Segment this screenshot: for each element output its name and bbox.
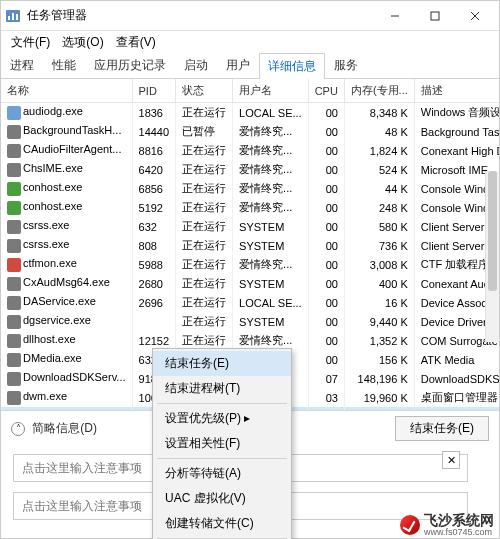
col-status[interactable]: 状态 xyxy=(176,79,233,103)
process-icon xyxy=(7,144,21,158)
process-icon xyxy=(7,239,21,253)
maximize-button[interactable] xyxy=(415,2,455,30)
table-row[interactable]: csrss.exe808正在运行SYSTEM00736 KClient Serv… xyxy=(1,236,499,255)
tab-app-history[interactable]: 应用历史记录 xyxy=(85,52,175,78)
table-row[interactable]: audiodg.exe1836正在运行LOCAL SE...008,348 KW… xyxy=(1,103,499,123)
process-icon xyxy=(7,163,21,177)
close-icon[interactable]: ✕ xyxy=(442,451,460,469)
col-pid[interactable]: PID xyxy=(132,79,176,103)
watermark: 飞沙系统网 www.fs0745.com xyxy=(400,513,494,537)
tabs: 进程 性能 应用历史记录 启动 用户 详细信息 服务 xyxy=(1,53,499,79)
svg-rect-1 xyxy=(8,16,10,20)
process-icon xyxy=(7,125,21,139)
tab-services[interactable]: 服务 xyxy=(325,52,367,78)
process-icon xyxy=(7,220,21,234)
process-icon xyxy=(7,277,21,291)
svg-rect-3 xyxy=(16,14,18,20)
tab-users[interactable]: 用户 xyxy=(217,52,259,78)
table-row[interactable]: CxAudMsg64.exe2680正在运行SYSTEM00400 KConex… xyxy=(1,274,499,293)
process-icon xyxy=(7,258,21,272)
context-menu-item[interactable]: 设置优先级(P) ▸ xyxy=(153,406,291,431)
process-icon xyxy=(7,296,21,310)
brief-info-label: 简略信息(D) xyxy=(32,421,97,435)
app-icon xyxy=(5,8,21,24)
watermark-url: www.fs0745.com xyxy=(424,527,494,537)
table-row[interactable]: conhost.exe6856正在运行爱情终究...0044 KConsole … xyxy=(1,179,499,198)
end-task-button[interactable]: 结束任务(E) xyxy=(395,416,489,441)
process-icon xyxy=(7,391,21,405)
tab-startup[interactable]: 启动 xyxy=(175,52,217,78)
watermark-title: 飞沙系统网 xyxy=(424,513,494,527)
table-row[interactable]: dgservice.exe正在运行SYSTEM009,440 KDevice D… xyxy=(1,312,499,331)
table-row[interactable]: ctfmon.exe5988正在运行爱情终究...003,008 KCTF 加载… xyxy=(1,255,499,274)
context-menu-item[interactable]: 结束任务(E) xyxy=(153,351,291,376)
context-menu-item[interactable]: UAC 虚拟化(V) xyxy=(153,486,291,511)
menu-options[interactable]: 选项(O) xyxy=(56,32,109,53)
watermark-icon xyxy=(400,515,420,535)
table-row[interactable]: conhost.exe5192正在运行爱情终究...00248 KConsole… xyxy=(1,198,499,217)
menu-file[interactable]: 文件(F) xyxy=(5,32,56,53)
context-menu-item[interactable]: 创建转储文件(C) xyxy=(153,511,291,536)
chevron-up-icon: ˄ xyxy=(11,422,25,436)
context-menu: 结束任务(E)结束进程树(T)设置优先级(P) ▸设置相关性(F)分析等待链(A… xyxy=(152,348,292,539)
process-icon xyxy=(7,201,21,215)
col-cpu[interactable]: CPU xyxy=(308,79,344,103)
svg-rect-5 xyxy=(431,12,439,20)
tab-performance[interactable]: 性能 xyxy=(43,52,85,78)
process-icon xyxy=(7,315,21,329)
process-icon xyxy=(7,372,21,386)
menubar: 文件(F) 选项(O) 查看(V) xyxy=(1,31,499,53)
tab-processes[interactable]: 进程 xyxy=(1,52,43,78)
process-icon xyxy=(7,353,21,367)
process-icon xyxy=(7,182,21,196)
col-name[interactable]: 名称 xyxy=(1,79,132,103)
scrollbar-thumb[interactable] xyxy=(488,171,497,291)
close-button[interactable] xyxy=(455,2,495,30)
col-desc[interactable]: 描述 xyxy=(414,79,499,103)
table-row[interactable]: ChsIME.exe6420正在运行爱情终究...00524 KMicrosof… xyxy=(1,160,499,179)
tab-details[interactable]: 详细信息 xyxy=(259,53,325,79)
menu-separator xyxy=(157,458,287,459)
process-icon xyxy=(7,334,21,348)
menu-view[interactable]: 查看(V) xyxy=(110,32,162,53)
window-title: 任务管理器 xyxy=(27,7,375,24)
process-icon xyxy=(7,106,21,120)
context-menu-item[interactable]: 结束进程树(T) xyxy=(153,376,291,401)
table-row[interactable]: DAService.exe2696正在运行LOCAL SE...0016 KDe… xyxy=(1,293,499,312)
table-row[interactable]: csrss.exe632正在运行SYSTEM00580 KClient Serv… xyxy=(1,217,499,236)
context-menu-item[interactable]: 设置相关性(F) xyxy=(153,431,291,456)
svg-rect-2 xyxy=(12,13,14,20)
table-row[interactable]: CAudioFilterAgent...8816正在运行爱情终究...001,8… xyxy=(1,141,499,160)
vertical-scrollbar[interactable] xyxy=(485,171,499,342)
menu-separator xyxy=(157,403,287,404)
titlebar: 任务管理器 xyxy=(1,1,499,31)
minimize-button[interactable] xyxy=(375,2,415,30)
table-row[interactable]: BackgroundTaskH...14440已暂停爱情终究...0048 KB… xyxy=(1,122,499,141)
context-menu-item[interactable]: 分析等待链(A) xyxy=(153,461,291,486)
col-mem[interactable]: 内存(专用... xyxy=(344,79,414,103)
col-user[interactable]: 用户名 xyxy=(233,79,309,103)
